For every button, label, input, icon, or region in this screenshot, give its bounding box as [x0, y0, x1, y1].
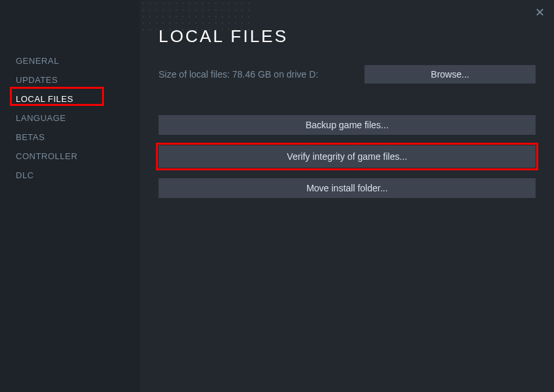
page-title: LOCAL FILES — [159, 26, 536, 47]
browse-button[interactable]: Browse... — [365, 65, 536, 84]
main-panel: ✕ LOCAL FILES Size of local files: 78.46… — [140, 0, 554, 392]
backup-button[interactable]: Backup game files... — [159, 115, 536, 135]
close-icon: ✕ — [535, 6, 545, 19]
sidebar-item-general[interactable]: GENERAL — [0, 51, 140, 70]
verify-button[interactable]: Verify integrity of game files... — [159, 145, 536, 168]
move-button[interactable]: Move install folder... — [159, 178, 536, 198]
verify-wrapper: Verify integrity of game files... — [159, 145, 536, 168]
sidebar-item-dlc[interactable]: DLC — [0, 166, 140, 185]
close-button[interactable]: ✕ — [535, 7, 545, 18]
sidebar-item-updates[interactable]: UPDATES — [0, 70, 140, 89]
sidebar-item-controller[interactable]: CONTROLLER — [0, 147, 140, 166]
size-info-text: Size of local files: 78.46 GB on drive D… — [159, 69, 318, 80]
sidebar-item-betas[interactable]: BETAS — [0, 128, 140, 147]
sidebar-item-language[interactable]: LANGUAGE — [0, 109, 140, 128]
sidebar: GENERAL UPDATES LOCAL FILES LANGUAGE BET… — [0, 0, 140, 392]
info-row: Size of local files: 78.46 GB on drive D… — [159, 65, 536, 84]
sidebar-item-local-files[interactable]: LOCAL FILES — [0, 89, 140, 109]
